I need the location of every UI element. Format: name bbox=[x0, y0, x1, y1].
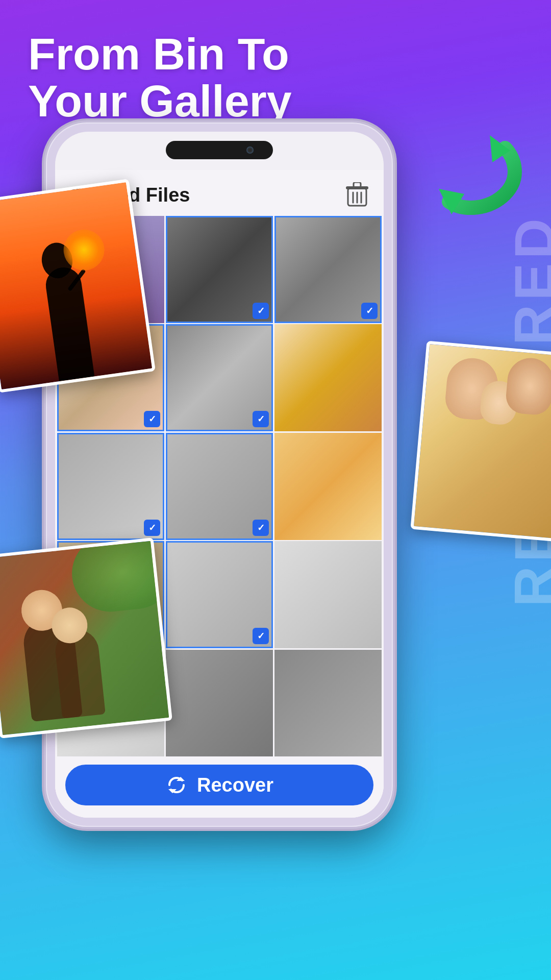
photo-cell-3[interactable] bbox=[274, 216, 382, 323]
check-icon-2 bbox=[253, 303, 269, 319]
check-icon-4 bbox=[144, 411, 160, 427]
check-icon-7 bbox=[144, 520, 160, 536]
photo-cell-5[interactable] bbox=[166, 324, 273, 431]
recover-button[interactable]: Recover bbox=[65, 765, 373, 805]
check-icon-8 bbox=[253, 520, 269, 536]
floating-photo-parent-baby bbox=[410, 341, 551, 543]
photo-cell-2[interactable] bbox=[166, 216, 273, 323]
recover-icon bbox=[165, 774, 188, 796]
recover-bar: Recover bbox=[55, 756, 384, 818]
svg-rect-3 bbox=[354, 182, 361, 187]
photo-cell-11[interactable] bbox=[166, 541, 273, 648]
floating-photo-sunset bbox=[0, 179, 156, 393]
trash-icon[interactable] bbox=[346, 182, 368, 208]
hero-title-line1: From Bin To bbox=[28, 31, 292, 78]
photo-cell-12[interactable] bbox=[274, 541, 382, 648]
photo-cell-9[interactable] bbox=[274, 433, 382, 540]
check-icon-5 bbox=[253, 411, 269, 427]
photo-cell-15[interactable] bbox=[274, 650, 382, 756]
hero-title-line2: Your Gallery bbox=[28, 78, 292, 125]
hero-title: From Bin To Your Gallery bbox=[28, 31, 292, 125]
refresh-arrow-icon bbox=[423, 128, 525, 230]
check-icon-3 bbox=[361, 303, 378, 319]
check-icon-11 bbox=[253, 628, 269, 644]
phone-notch bbox=[166, 141, 273, 159]
photo-cell-7[interactable] bbox=[57, 433, 164, 540]
photo-cell-8[interactable] bbox=[166, 433, 273, 540]
photo-cell-6[interactable] bbox=[274, 324, 382, 431]
photo-cell-14[interactable] bbox=[166, 650, 273, 756]
recover-label: Recover bbox=[197, 774, 273, 796]
floating-photo-children bbox=[0, 537, 172, 739]
